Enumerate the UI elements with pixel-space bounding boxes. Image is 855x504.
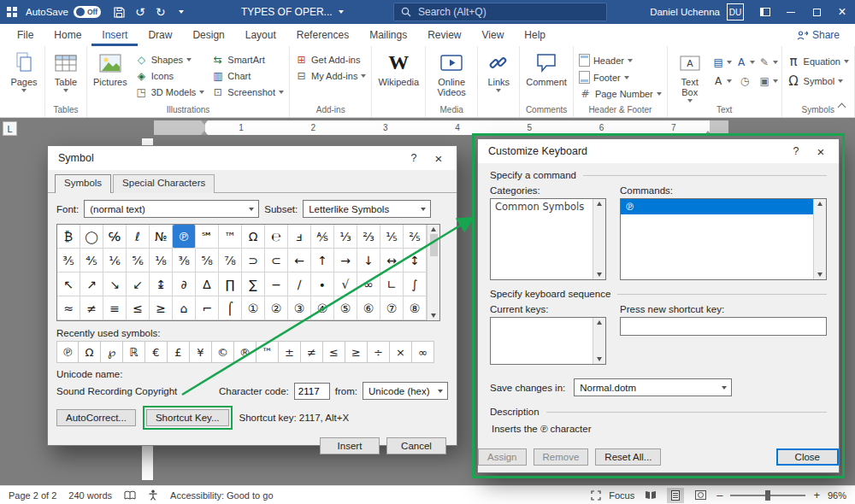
undo-icon[interactable]: ↺ [130, 0, 150, 24]
symbol-cell[interactable]: ⅓ [334, 225, 357, 249]
symbol-cell[interactable]: ↑ [311, 249, 334, 273]
zoom-out-icon[interactable]: – [716, 489, 722, 501]
ribbon-tab[interactable]: View [472, 24, 515, 46]
commands-listbox[interactable]: ℗ [620, 198, 827, 280]
recent-symbol-cell[interactable]: ± [279, 341, 301, 363]
symbol-cell[interactable]: ⅗ [57, 249, 80, 273]
table-button[interactable]: Table [48, 48, 84, 92]
close-icon[interactable]: × [426, 151, 451, 166]
accessibility-status[interactable]: Accessibility: Good to go [170, 490, 273, 501]
help-icon[interactable]: ? [784, 145, 808, 157]
user-avatar[interactable]: DU [727, 3, 744, 21]
quick-parts-button[interactable]: ▤ [711, 54, 733, 71]
symbol-cell[interactable]: ⅛ [150, 249, 173, 273]
share-button[interactable]: Share [781, 24, 855, 46]
symbol-cell[interactable]: ⑥ [357, 296, 380, 320]
left-indent-marker[interactable] [201, 127, 208, 135]
chart-button[interactable]: ▥ Chart [209, 70, 286, 82]
recent-symbol-cell[interactable]: ℗ [56, 341, 79, 363]
shortcut-key-button[interactable]: Shortcut Key... [146, 409, 229, 426]
recent-symbol-cell[interactable]: ≠ [301, 341, 323, 363]
symbol-cell[interactable]: ① [242, 296, 265, 320]
symbol-cell[interactable]: ∆ [196, 273, 219, 296]
scroll-down-icon[interactable] [597, 357, 602, 361]
get-addins-button[interactable]: ⊞ Get Add-ins [292, 54, 369, 66]
scroll-up-icon[interactable] [597, 320, 602, 325]
ribbon-tab[interactable]: File [7, 24, 44, 46]
autosave-switch[interactable]: Off [74, 6, 101, 18]
object-button[interactable]: ▣ [758, 73, 779, 90]
symbol-cell[interactable]: ↕ [404, 249, 427, 273]
scroll-up-icon[interactable] [431, 227, 436, 231]
smartart-button[interactable]: ⇆ SmartArt [209, 54, 286, 66]
symbol-cell[interactable]: ∂ [173, 273, 196, 296]
subset-combobox[interactable]: Letterlike Symbols [303, 200, 431, 218]
links-button[interactable]: Links [481, 48, 516, 92]
ribbon-tab[interactable]: Mailings [359, 24, 417, 46]
recent-symbol-cell[interactable]: ¥ [190, 341, 212, 363]
symbol-cell[interactable]: ⅝ [196, 249, 219, 273]
symbol-cell[interactable]: ⑦ [380, 296, 404, 320]
category-item[interactable]: Common Symbols [491, 199, 593, 214]
ribbon-tab[interactable]: Help [514, 24, 556, 46]
ribbon-display-options-icon[interactable] [752, 0, 778, 24]
web-layout-icon[interactable] [692, 488, 709, 503]
recent-symbol-cell[interactable]: × [390, 341, 412, 363]
zoom-slider[interactable] [730, 495, 805, 496]
zoom-in-icon[interactable]: + [813, 489, 820, 501]
symbol-cell[interactable]: ℠ [196, 225, 219, 249]
ribbon-tab[interactable]: Layout [235, 24, 286, 46]
recent-symbol-cell[interactable]: ≤ [323, 341, 345, 363]
symbol-button[interactable]: Ω Symbol [785, 73, 852, 89]
date-time-button[interactable]: ◷ [734, 73, 756, 90]
from-combobox[interactable]: Unicode (hex) [363, 382, 448, 400]
symbol-cell[interactable]: ⅚ [127, 249, 150, 273]
symbol-cell[interactable]: ④ [311, 296, 334, 320]
symbol-cell[interactable]: ↨ [150, 273, 173, 296]
symbol-cell[interactable]: Ω [242, 225, 265, 249]
print-layout-icon[interactable] [667, 488, 684, 503]
close-icon[interactable]: × [808, 144, 834, 159]
recent-symbol-cell[interactable]: © [212, 341, 234, 363]
recent-symbol-cell[interactable]: ℘ [101, 341, 123, 363]
cancel-button[interactable]: Cancel [386, 437, 446, 454]
symbol-cell[interactable]: ↓ [357, 249, 380, 273]
wikipedia-button[interactable]: W Wikipedia [374, 48, 422, 87]
recent-symbol-cell[interactable]: ® [234, 341, 256, 363]
search-box[interactable] [393, 3, 607, 21]
drop-cap-button[interactable]: A [711, 73, 733, 90]
tab-symbols[interactable]: Symbols [55, 174, 111, 193]
symbol-cell[interactable]: ← [288, 249, 311, 273]
symbol-cell[interactable]: ⅖ [404, 225, 427, 249]
symbol-cell[interactable]: ⅜ [173, 249, 196, 273]
ribbon-tab[interactable]: Insert [91, 24, 138, 46]
scrollbar-thumb[interactable] [430, 234, 438, 256]
symbol-cell[interactable]: ≡ [103, 296, 127, 320]
symbol-cell[interactable]: √ [334, 273, 357, 296]
save-changes-combobox[interactable]: Normal.dotm [574, 378, 732, 396]
symbol-cell[interactable]: ⅎ [288, 225, 311, 249]
zoom-level[interactable]: 96% [828, 490, 846, 501]
header-button[interactable]: Header [576, 54, 664, 67]
word-app-icon[interactable] [7, 7, 17, 17]
current-keys-listbox[interactable] [490, 317, 606, 365]
scrollbar[interactable] [593, 199, 605, 279]
symbol-cell[interactable]: ∙ [311, 273, 334, 296]
symbol-cell[interactable]: ⌐ [196, 296, 219, 320]
symbol-cell[interactable]: ℅ [103, 225, 127, 249]
minimize-icon[interactable] [778, 0, 804, 24]
recent-symbol-cell[interactable]: ≥ [345, 341, 368, 363]
equation-button[interactable]: π Equation [785, 54, 852, 69]
zoom-slider-thumb[interactable] [765, 490, 770, 501]
symbol-cell[interactable]: ⊃ [242, 249, 265, 273]
symbol-cell[interactable]: ™ [219, 225, 242, 249]
symbol-cell[interactable]: ⑤ [334, 296, 357, 320]
chevron-down-icon[interactable] [433, 383, 447, 399]
symbol-cell[interactable]: ∕ [288, 273, 311, 296]
chevron-down-icon[interactable] [416, 201, 430, 217]
right-indent-marker[interactable] [705, 127, 711, 135]
symbol-cell[interactable]: ◯ [80, 225, 103, 249]
redo-icon[interactable]: ↻ [150, 0, 171, 24]
symbol-cell[interactable]: ⅍ [311, 225, 334, 249]
recent-symbol-cell[interactable]: € [145, 341, 168, 363]
